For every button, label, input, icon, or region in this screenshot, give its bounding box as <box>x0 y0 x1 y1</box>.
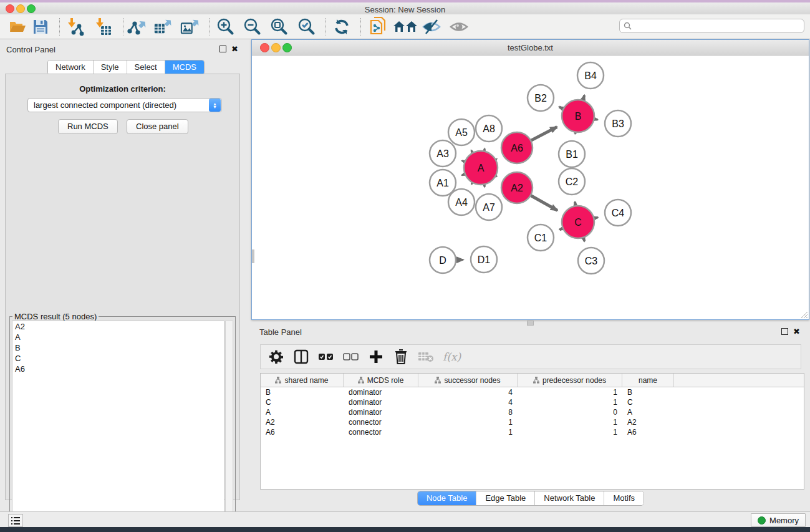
deselect-all-icon[interactable] <box>343 349 359 365</box>
mcds-result-item[interactable]: A6 <box>12 364 224 374</box>
network-window: testGlobe.txt B4B2BB3A5A8A6A3B1AA1C2A2A4… <box>251 39 809 320</box>
mcds-result-item[interactable]: C <box>12 353 224 364</box>
float-panel-icon[interactable] <box>219 46 226 52</box>
main-toolbar <box>0 14 810 39</box>
table-cell[interactable]: 1 <box>518 418 622 427</box>
table-cell[interactable]: 1 <box>418 428 518 437</box>
table-row[interactable]: Adominator80A <box>261 407 804 417</box>
zoom-out-icon[interactable] <box>243 17 261 36</box>
float-panel-icon[interactable] <box>781 328 788 335</box>
memory-status-icon <box>758 516 766 525</box>
table-cell[interactable]: A2 <box>261 418 344 427</box>
import-network-icon[interactable] <box>65 17 84 36</box>
node-label-A3: A3 <box>436 148 449 159</box>
table-row[interactable]: A6connector11A6 <box>261 427 804 437</box>
table-cell[interactable]: C <box>622 398 674 407</box>
mcds-result-item[interactable]: B <box>12 342 224 353</box>
select-all-icon[interactable] <box>318 349 334 365</box>
save-icon[interactable] <box>31 17 50 36</box>
run-mcds-button[interactable]: Run MCDS <box>58 119 118 134</box>
table-cell[interactable]: 4 <box>418 398 518 407</box>
task-history-button[interactable] <box>8 514 23 527</box>
trash-icon[interactable] <box>393 349 409 365</box>
node-label-A1: A1 <box>436 178 449 188</box>
tab-node-table[interactable]: Node Table <box>418 491 477 505</box>
column-header-name[interactable]: name <box>622 374 674 387</box>
network-graph[interactable]: B4B2BB3A5A8A6A3B1AA1C2A2A4A7CC4C1C3DD1 <box>252 55 809 319</box>
column-header-predecessor-nodes[interactable]: predecessor nodes <box>518 374 622 387</box>
table-cell[interactable]: connector <box>344 428 418 437</box>
toolbar-separator <box>59 18 60 36</box>
table-cell[interactable]: A6 <box>261 428 344 437</box>
import-table-icon[interactable] <box>94 17 112 36</box>
table-row[interactable]: A2connector11A2 <box>261 417 804 427</box>
close-panel-icon[interactable]: ✖ <box>231 46 238 52</box>
table-cell[interactable]: B <box>622 388 674 397</box>
search-field[interactable] <box>619 19 804 33</box>
table-cell[interactable]: A2 <box>622 418 674 427</box>
table-cell[interactable]: A <box>622 408 674 417</box>
mcds-result-list[interactable]: A2ABCA6 <box>12 321 224 525</box>
table-cell[interactable]: 1 <box>518 398 622 407</box>
optimization-criterion-label: Optimization criterion: <box>6 84 239 94</box>
zoom-in-icon[interactable] <box>216 17 234 36</box>
table-cell[interactable]: dominator <box>344 398 418 407</box>
column-header-shared-name[interactable]: shared name <box>261 374 344 387</box>
network-vscroll-thumb[interactable] <box>252 249 254 263</box>
table-cell[interactable]: B <box>261 388 344 397</box>
tab-network[interactable]: Network <box>48 60 94 74</box>
eye-icon[interactable] <box>450 17 468 36</box>
edge-A6-B[interactable] <box>529 127 557 142</box>
close-panel-button[interactable]: Close panel <box>127 119 188 134</box>
table-row[interactable]: Bdominator41B <box>261 387 804 397</box>
table-cell[interactable]: A <box>261 408 344 417</box>
add-icon[interactable] <box>368 349 384 365</box>
zoom-selected-icon[interactable] <box>297 17 316 36</box>
table-cell[interactable]: C <box>261 398 344 407</box>
tab-motifs[interactable]: Motifs <box>604 491 644 505</box>
mcds-result-scrollbar[interactable] <box>225 321 233 524</box>
column-header-successor-nodes[interactable]: successor nodes <box>418 374 518 387</box>
node-label-A: A <box>478 163 485 173</box>
memory-button[interactable]: Memory <box>751 513 806 527</box>
app-titlebar: Session: New Session <box>0 2 810 15</box>
table-cell[interactable]: 1 <box>518 388 622 397</box>
mcds-result-item[interactable]: A <box>12 332 224 342</box>
home-icon[interactable] <box>393 17 418 36</box>
table-cell[interactable]: 0 <box>518 408 622 417</box>
table-cell[interactable]: A6 <box>622 428 674 437</box>
export-image-icon[interactable] <box>180 17 199 36</box>
tab-select[interactable]: Select <box>127 60 165 74</box>
table-cell[interactable]: dominator <box>344 388 418 397</box>
criterion-dropdown[interactable]: largest connected component (directed) ▲… <box>27 98 222 112</box>
export-network-icon[interactable] <box>127 17 146 36</box>
hide-graphics-icon[interactable] <box>422 17 441 36</box>
clone-network-icon[interactable] <box>369 17 388 36</box>
columns-icon[interactable] <box>293 349 309 365</box>
resize-grip-icon[interactable] <box>799 310 808 319</box>
node-label-A7: A7 <box>483 202 495 213</box>
table-row[interactable]: Cdominator41C <box>261 397 804 407</box>
search-input[interactable] <box>634 21 804 31</box>
table-cell[interactable]: 1 <box>418 418 518 427</box>
zoom-fit-icon[interactable] <box>269 17 288 36</box>
delete-table-icon <box>418 349 434 365</box>
table-cell[interactable]: connector <box>344 418 418 427</box>
tab-edge-table[interactable]: Edge Table <box>476 491 535 505</box>
open-icon[interactable] <box>8 17 27 36</box>
tab-mcds[interactable]: MCDS <box>165 60 204 74</box>
edge-A2-C[interactable] <box>529 195 557 210</box>
gear-icon[interactable] <box>268 349 284 365</box>
mcds-result-item[interactable]: A2 <box>12 321 224 332</box>
export-table-icon[interactable] <box>153 17 172 36</box>
table-cell[interactable]: 4 <box>418 388 518 397</box>
table-cell[interactable]: dominator <box>344 408 418 417</box>
tab-style[interactable]: Style <box>94 60 127 74</box>
close-panel-icon[interactable]: ✖ <box>793 329 800 334</box>
tab-network-table[interactable]: Network Table <box>535 491 604 505</box>
column-header-MCDS-role[interactable]: MCDS role <box>344 374 418 387</box>
table-header-row: shared nameMCDS rolesuccessor nodesprede… <box>261 374 804 387</box>
table-cell[interactable]: 8 <box>418 408 518 417</box>
table-cell[interactable]: 1 <box>518 428 622 437</box>
refresh-icon[interactable] <box>332 17 351 36</box>
